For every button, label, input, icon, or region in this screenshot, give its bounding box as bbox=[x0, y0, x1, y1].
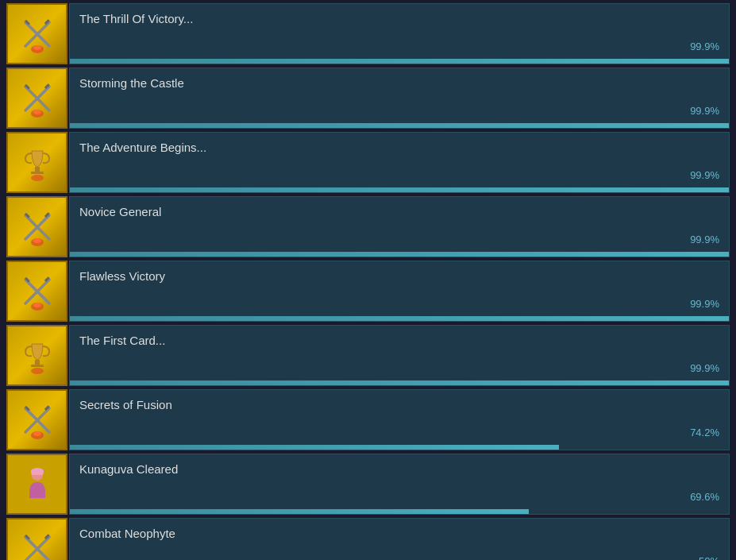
achievement-content: The First Card... 99.9% bbox=[69, 325, 730, 386]
achievement-percent: 99.9% bbox=[690, 234, 719, 245]
achievement-percent: 69.6% bbox=[690, 491, 719, 503]
achievement-title: The Adventure Begins... bbox=[79, 141, 719, 154]
svg-point-5 bbox=[33, 45, 41, 50]
achievement-percent: 50% bbox=[699, 555, 719, 560]
svg-point-11 bbox=[33, 110, 41, 114]
achievement-row[interactable]: Storming the Castle 99.9% bbox=[6, 68, 730, 129]
achievement-icon bbox=[6, 454, 67, 515]
achievement-percent: 99.9% bbox=[690, 298, 719, 310]
achievement-content: Secrets of Fusion 74.2% bbox=[69, 389, 730, 450]
achievement-icon bbox=[6, 261, 67, 322]
achievement-percent: 74.2% bbox=[690, 427, 719, 438]
achievement-icon bbox=[6, 3, 67, 64]
svg-point-20 bbox=[33, 238, 41, 243]
achievement-title: Storming the Castle bbox=[79, 76, 719, 90]
achievement-title: Secrets of Fusion bbox=[79, 398, 719, 411]
achievement-content: The Thrill Of Victory... 99.9% bbox=[69, 3, 730, 64]
achievement-content: Flawless Victory 99.9% bbox=[69, 261, 730, 322]
achievement-title: Kunaguva Cleared bbox=[79, 462, 719, 476]
svg-point-14 bbox=[31, 175, 44, 181]
achievement-progress-bar bbox=[70, 316, 729, 321]
achievement-icon bbox=[6, 389, 67, 450]
achievement-progress-bar bbox=[70, 123, 729, 128]
achievement-row[interactable]: Novice General 99.9% bbox=[6, 196, 730, 257]
achievement-row[interactable]: Flawless Victory 99.9% bbox=[6, 261, 730, 322]
achievement-row[interactable]: Secrets of Fusion 74.2% bbox=[6, 389, 730, 450]
achievement-percent: 99.9% bbox=[690, 105, 719, 117]
achievement-row[interactable]: The First Card... 99.9% bbox=[6, 325, 730, 386]
achievement-title: The First Card... bbox=[79, 334, 719, 347]
achievement-icon bbox=[6, 68, 67, 129]
svg-rect-27 bbox=[35, 360, 40, 365]
svg-rect-12 bbox=[35, 167, 40, 172]
achievement-content: Kunaguva Cleared 69.6% bbox=[69, 454, 730, 515]
achievement-title: The Thrill Of Victory... bbox=[79, 12, 719, 25]
achievement-content: Storming the Castle 99.9% bbox=[69, 68, 730, 129]
achievement-title: Novice General bbox=[79, 205, 719, 218]
achievement-icon bbox=[6, 518, 67, 560]
achievement-row[interactable]: The Adventure Begins... 99.9% bbox=[6, 132, 730, 193]
achievement-icon bbox=[6, 325, 67, 386]
achievement-content: The Adventure Begins... 99.9% bbox=[69, 132, 730, 193]
achievement-percent: 99.9% bbox=[690, 362, 719, 374]
achievement-content: Combat Neophyte 50% bbox=[69, 518, 730, 560]
achievement-title: Flawless Victory bbox=[79, 269, 719, 283]
achievement-progress-bar bbox=[70, 509, 529, 514]
achievement-percent: 99.9% bbox=[690, 41, 719, 52]
achievement-row[interactable]: Combat Neophyte 50% bbox=[6, 518, 730, 560]
achievement-row[interactable]: Kunaguva Cleared 69.6% bbox=[6, 454, 730, 515]
achievement-progress-bar bbox=[70, 252, 729, 257]
achievement-progress-bar bbox=[70, 380, 729, 385]
svg-point-26 bbox=[33, 303, 41, 307]
achievement-progress-bar bbox=[70, 187, 729, 192]
achievement-icon bbox=[6, 132, 67, 193]
achievement-content: Novice General 99.9% bbox=[69, 196, 730, 257]
svg-point-35 bbox=[33, 431, 41, 436]
achievement-icon bbox=[6, 196, 67, 257]
svg-point-29 bbox=[31, 368, 44, 374]
svg-rect-13 bbox=[31, 172, 44, 174]
achievements-list: The Thrill Of Victory... 99.9% Storming … bbox=[0, 0, 736, 560]
achievement-progress-bar bbox=[70, 59, 729, 64]
achievement-row[interactable]: The Thrill Of Victory... 99.9% bbox=[6, 3, 730, 64]
achievement-percent: 99.9% bbox=[690, 169, 719, 181]
achievement-title: Combat Neophyte bbox=[79, 527, 719, 540]
svg-rect-28 bbox=[31, 365, 44, 367]
achievement-progress-bar bbox=[70, 445, 559, 450]
